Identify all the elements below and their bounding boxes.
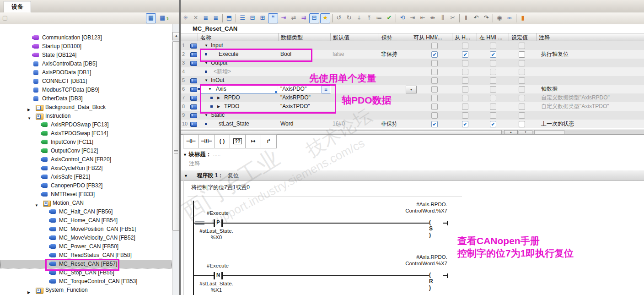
network-collapse-icon[interactable]: ▼ <box>184 174 188 178</box>
tree-item-mc-moveposition-can-fb51-[interactable]: MC_MovePosition_CAN [FB51] <box>0 225 172 234</box>
checkbox-hmi-visible[interactable] <box>490 86 496 93</box>
checkbox-hmi-write[interactable] <box>462 77 468 84</box>
section-collapse-icon[interactable]: ▼ <box>204 59 208 67</box>
expand-networks-icon[interactable]: ☰ <box>238 13 247 22</box>
clear-format-icon[interactable]: ✂ <box>448 13 457 22</box>
section-collapse-icon[interactable]: ▼ <box>204 76 208 85</box>
tree-item-system-function[interactable]: ▶System_Function <box>0 286 172 295</box>
format-icon[interactable]: ⇹ <box>428 13 437 22</box>
tree-item-otherdata-db3-[interactable]: OtherData [DB3] <box>0 94 172 103</box>
monitor-glasses-icon[interactable]: ∞ <box>505 13 514 22</box>
checkbox-hmi-visible[interactable] <box>490 112 496 119</box>
tree-item-inputconv-fc11-[interactable]: InputConv [FC11] <box>0 138 172 147</box>
column-header-6[interactable]: 在 HMI ... <box>477 33 509 42</box>
checkbox-hmi-write[interactable] <box>462 112 468 119</box>
checkbox-hmi-visible[interactable]: ✔ <box>490 121 496 127</box>
tree-item-mc-movevelocity-can-fb52-[interactable]: MC_MoveVelocity_CAN [FB52] <box>0 234 172 242</box>
table-row-input[interactable]: 1▼Input <box>181 41 644 50</box>
checkbox-hmi-visible[interactable]: ✔ <box>490 51 496 58</box>
checkbox-hmi-access[interactable] <box>431 86 438 93</box>
ladder-element-2-icon[interactable]: ⇄ <box>289 13 298 22</box>
tree-item-mc-power-can-fb50-[interactable]: MC_Power_CAN [FB50] <box>0 242 172 251</box>
checkbox-hmi-write[interactable]: ✔ <box>462 121 468 127</box>
checkbox-hmi-write[interactable] <box>462 95 468 101</box>
compile-icon[interactable]: ✔ <box>385 13 394 22</box>
collapse-arrow-icon[interactable]: ▼ <box>183 153 187 157</box>
block-comment-placeholder[interactable]: 注释 <box>189 160 200 168</box>
checkbox-hmi-visible[interactable] <box>490 104 496 110</box>
checkbox-setpoint[interactable] <box>519 112 525 119</box>
tree-item-modbustcpdata-db9-[interactable]: ModbusTCPData [DB9] <box>0 86 172 94</box>
checkbox-hmi-access[interactable]: ✔ <box>431 51 438 58</box>
network-comments-icon[interactable]: ❝ <box>268 13 278 23</box>
ladder-element-1-icon[interactable]: ⇥ <box>279 13 288 22</box>
column-header-1[interactable]: 数据类型 <box>278 33 330 42</box>
table-row-stlast-state[interactable]: 10stLast_StateWord16#0非保持✔✔✔上一次的状态 <box>181 120 644 128</box>
network-toggle-icon[interactable]: ⊟ <box>309 13 319 23</box>
tree-item-motion-can[interactable]: ▼Motion_CAN <box>0 199 172 208</box>
tab-devices[interactable]: 设备 <box>4 1 31 12</box>
chevron-right-icon[interactable]: ▶ <box>27 288 30 295</box>
checkbox-setpoint[interactable] <box>519 86 525 93</box>
tree-item-mc-halt-can-fb56-[interactable]: MC_Halt_CAN [FB56] <box>0 208 172 216</box>
checkbox-hmi-visible[interactable] <box>490 95 496 101</box>
scroll-down-icon[interactable]: ▼ <box>519 130 532 134</box>
table-row-rpdo[interactable]: 7▶RPDO"AxisRPDO"自定义数据类型"AxisRPDO" <box>181 93 644 102</box>
section-collapse-icon[interactable]: ▼ <box>204 111 208 120</box>
struct-collapse-icon[interactable]: ▼ <box>208 85 212 93</box>
column-header-7[interactable]: 设定值 <box>509 33 536 42</box>
bookmark-icon[interactable]: ‖ <box>462 13 471 22</box>
checkbox-hmi-access[interactable] <box>431 77 438 84</box>
column-header-8[interactable]: 注释 <box>536 33 644 42</box>
checkbox-hmi-access[interactable] <box>431 112 438 119</box>
column-header-3[interactable]: 保持 <box>379 33 411 42</box>
checkbox-hmi-write[interactable] <box>462 43 468 49</box>
add-new-placeholder[interactable]: <新增> <box>214 67 231 76</box>
checkbox-hmi-access[interactable] <box>431 43 438 49</box>
tree-item-startup-ob100-[interactable]: Startup [OB100] <box>0 42 172 51</box>
tree-item-axistpdoswap-fc14-[interactable]: AxisTPDOSwap [FC14] <box>0 129 172 138</box>
no-contact-icon[interactable]: ⊣⊢ <box>183 134 199 148</box>
tree-item-axissafe-fb21-[interactable]: AxisSafe [FB21] <box>0 173 172 181</box>
tree-item-mc-stop-can-fb55-[interactable]: MC_Stop_CAN [FB55] <box>0 268 172 277</box>
table-row-inout[interactable]: 5▼InOut <box>181 76 644 85</box>
coil-element[interactable]: ( S ) <box>429 219 433 238</box>
checkbox-setpoint[interactable] <box>519 60 525 66</box>
block-title-row[interactable]: ▼ 块标题： ..... <box>183 151 220 158</box>
checkbox-hmi-visible[interactable] <box>490 77 496 84</box>
call-structure-icon[interactable]: ⟲ <box>398 13 407 22</box>
table-scroll-thumb[interactable] <box>181 130 502 134</box>
column-header-0[interactable]: 名称 <box>198 33 278 42</box>
checkbox-hmi-access[interactable]: ✔ <box>431 121 438 127</box>
favorites-toggle-icon[interactable]: ★ <box>320 13 330 23</box>
checkbox-hmi-write[interactable] <box>462 86 468 93</box>
checkbox-hmi-write[interactable] <box>462 69 468 75</box>
column-header-2[interactable]: 默认值 <box>330 33 379 42</box>
table-row-execute[interactable]: 2ExecuteBoolfalse非保持✔✔✔执行轴复位 <box>181 50 644 59</box>
type-picker-icon[interactable]: ≣ <box>322 86 330 93</box>
checkbox-hmi-access[interactable] <box>431 104 438 110</box>
table-row-axis[interactable]: 6▼Axis"AxisPDO"≣▼轴数据 <box>181 85 644 93</box>
tree-item-axispdodata-db1-[interactable]: AxisPDOData [DB1] <box>0 68 172 77</box>
checkbox-hmi-write[interactable] <box>462 104 468 110</box>
checkbox-hmi-write[interactable]: ✔ <box>462 51 468 58</box>
tree-item-canopenpdo-fb32-[interactable]: CanopenPDO [FB32] <box>0 181 172 190</box>
checkbox-hmi-access[interactable] <box>431 60 438 66</box>
download-icon[interactable]: ⤓ <box>354 13 364 22</box>
checkbox-hmi-visible[interactable] <box>490 43 496 49</box>
keep-actual-values-icon[interactable]: ⬒ <box>225 13 234 22</box>
table-row-tpdo[interactable]: 8▶TPDO"AxisTPDO"自定义数据类型"AxisTPDO" <box>181 102 644 111</box>
checkbox-setpoint[interactable] <box>519 77 525 84</box>
tree-item-connect-db11-[interactable]: CONNECT [DB11] <box>0 77 172 86</box>
checkbox-hmi-access[interactable] <box>431 69 438 75</box>
tree-item-background-data-block[interactable]: ▶Background_Data_Block <box>0 103 172 112</box>
nc-contact-icon[interactable]: ⊣/⊢ <box>199 134 215 148</box>
table-row-static[interactable]: 9▼Static <box>181 111 644 120</box>
struct-expand-icon[interactable]: ▶ <box>217 102 220 111</box>
collapse-networks-icon[interactable]: ⊟ <box>248 13 257 22</box>
tree-item-axiscontroldata-db5-[interactable]: AxisControlData [DB5] <box>0 60 172 68</box>
tree-item-axiscontrol-can-fb20-[interactable]: AxisControl_CAN [FB20] <box>0 155 172 164</box>
checkbox-hmi-access[interactable] <box>431 95 438 101</box>
insert-row-after-icon[interactable]: ≣ <box>211 13 220 22</box>
insert-network-icon[interactable]: ✳ <box>181 13 190 22</box>
